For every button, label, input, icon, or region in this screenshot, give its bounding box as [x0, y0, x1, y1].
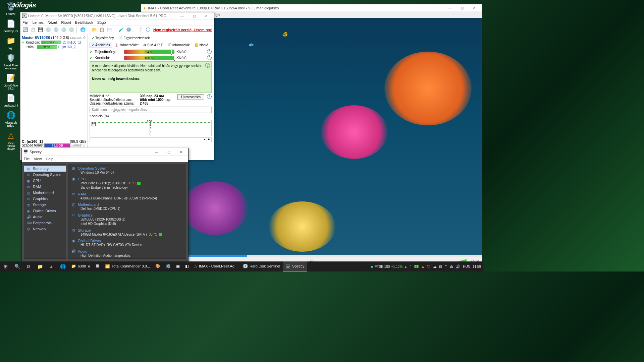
tray-meet-icon[interactable]: ⊡ [439, 264, 442, 269]
sec-storage[interactable]: ◔Storage [71, 228, 183, 232]
scroll-right[interactable]: ► [207, 138, 211, 142]
tab-performance[interactable]: ✔Teljesítmény [90, 36, 116, 41]
sec-ram[interactable]: ▭RAM [71, 192, 183, 196]
tb-globe-icon[interactable]: 🌐 [79, 26, 86, 33]
scroll-left[interactable]: ◄ [202, 138, 207, 142]
sec-audio[interactable]: 🔊Audio [71, 249, 183, 253]
sec-graphics[interactable]: ▭Graphics [71, 213, 183, 217]
nav-audio[interactable]: 🔊Audio [24, 214, 66, 220]
task-paint[interactable]: 🎨 [153, 261, 163, 272]
tb-disk-icon[interactable]: 💿 [45, 26, 52, 33]
graph-scrollbar[interactable]: ◄► [90, 137, 212, 142]
menu-help[interactable]: Súgó [97, 20, 106, 24]
nav-network[interactable]: ⌬Network [24, 226, 66, 232]
explorer-pin[interactable]: 📁 [34, 261, 46, 272]
tb-disk3-icon[interactable]: 💿 [60, 26, 67, 33]
nav-graphics[interactable]: ▭Graphics [24, 196, 66, 202]
sec-motherboard[interactable]: ◫Motherboard [71, 202, 183, 206]
menu-view[interactable]: Nézet [48, 20, 57, 24]
link-e[interactable]: E: [m160_2] [58, 45, 76, 49]
menu-report[interactable]: Riport [61, 20, 71, 24]
disk-header[interactable]: Maxtor 6V160E0 (149,0 GB) Lemez: 0 [22, 36, 86, 40]
minimize-button[interactable]: — [151, 148, 163, 156]
help-icon[interactable]: ? [207, 55, 212, 60]
tb-help-icon[interactable]: ❔ [137, 26, 144, 33]
nav-storage[interactable]: ◔Storage [24, 202, 66, 208]
search-button[interactable]: 🔍 [11, 261, 23, 272]
task-vlc[interactable]: △IMAX - Coral.Reef.Ad... [192, 261, 240, 272]
prg-plus-folder[interactable]: 📁prg+ [3, 35, 19, 51]
close-button[interactable]: ✕ [175, 148, 187, 156]
tab-overview[interactable]: ✔Áttekintés [90, 42, 112, 48]
nav-ram[interactable]: ▭RAM [24, 184, 66, 190]
desktop-ini-2[interactable]: 📄desktop.ini [3, 92, 19, 108]
tb-folder-icon[interactable]: 📁 [91, 26, 98, 33]
save-icon[interactable]: 💾 [91, 122, 96, 126]
help-icon[interactable]: ? [207, 49, 212, 54]
tb-test-icon[interactable]: 🧪 [118, 26, 124, 33]
task-settings[interactable]: ⚙️ [163, 261, 173, 272]
tb-disk2-icon[interactable]: 💿 [53, 26, 59, 33]
menu-view[interactable]: View [34, 157, 42, 161]
nav-summary[interactable]: ▦Summary [24, 166, 66, 172]
tray-volume-icon[interactable]: 🔊 [456, 264, 461, 269]
task-speccy[interactable]: 🖥️Speccy [283, 261, 307, 272]
tb-save-icon[interactable]: 💾 [37, 26, 44, 33]
vlc-seekbar[interactable] [141, 255, 482, 257]
desktop-ini-1[interactable]: 📄desktop.ini [3, 18, 19, 34]
task-calc[interactable]: 🖩 [93, 261, 102, 272]
tb-mail-icon[interactable]: ✉️ [106, 26, 113, 33]
tray-temp-badge[interactable]: 33 [414, 265, 419, 268]
register-link[interactable]: Nem regisztrált verzió, kérem regi [153, 28, 212, 32]
menu-settings[interactable]: Beállítások [75, 20, 93, 24]
partition-c[interactable]: C: [m160_1] (98,9 GB) Szabad terület 69,… [22, 139, 86, 147]
tab-smart[interactable]: ⚙S.M.A.R.T. [141, 42, 165, 48]
task-totalcmd[interactable]: 🗂️Total Commander 8.0... [102, 261, 153, 272]
minimize-button[interactable]: — [176, 12, 188, 19]
edge-shortcut[interactable]: 🌐Microsoft Edge [3, 109, 19, 128]
tray-clock[interactable]: 11:59 [473, 265, 481, 268]
minimize-button[interactable]: — [444, 4, 456, 11]
tray-vlc-icon[interactable]: ▲ [421, 264, 425, 268]
tb-refresh-icon[interactable]: 🔄 [22, 26, 29, 33]
maximize-button[interactable]: ▢ [163, 148, 175, 156]
task-cmd[interactable]: ▣ [173, 261, 182, 272]
vlc-pin[interactable]: ▲ [46, 261, 57, 272]
nav-peripherals[interactable]: ⌨Peripherals [24, 220, 66, 226]
maximize-button[interactable]: ▢ [188, 12, 200, 19]
task-o390[interactable]: 📁o390_e [68, 261, 93, 272]
nav-cpu[interactable]: ▣CPU [24, 178, 66, 184]
tray-chevron-icon[interactable]: ˄ [410, 264, 412, 269]
maximize-button[interactable]: ▢ [456, 4, 468, 11]
tray-language[interactable]: HUN [463, 265, 470, 268]
tab-log[interactable]: 📒Napló [193, 42, 210, 48]
tb-copy-icon[interactable]: 📋 [99, 26, 105, 33]
close-button[interactable]: ✕ [468, 4, 480, 11]
start-button[interactable]: ⊞ [0, 261, 11, 272]
menu-file[interactable]: Fájl [22, 20, 29, 24]
nav-os[interactable]: ⊞Operating System [24, 172, 66, 178]
tray-network-icon[interactable]: 🖧 [450, 264, 453, 268]
task-view-button[interactable]: ⧉ [23, 261, 34, 272]
vlc-titlebar[interactable]: ▲ IMAX - Coral.Reef.Adventure.1080p.BluR… [141, 4, 482, 11]
sec-optical[interactable]: ◉Optical Drives [71, 239, 183, 243]
help-icon[interactable]: ? [207, 94, 212, 99]
hds-titlebar[interactable]: 💽 Lemez: 0, Maxtor 6V160E0 [V3911SNG] V3… [20, 12, 214, 19]
nav-motherboard[interactable]: ◫Motherboard [24, 190, 66, 196]
menu-help[interactable]: Help [46, 157, 53, 161]
close-button[interactable]: ✕ [200, 12, 212, 19]
tb-gear-icon[interactable]: ⚙️ [125, 26, 132, 33]
tb-gauge-icon[interactable]: ⏱️ [30, 26, 36, 33]
sec-os[interactable]: ⊞Operating System [71, 166, 183, 170]
tb-info-icon[interactable]: ⓘ [145, 26, 151, 33]
task-misc[interactable]: ◧ [182, 261, 192, 272]
comment-input[interactable]: Kattintson megjegyzés megadásához ... [90, 107, 212, 113]
tab-warnings[interactable]: 📄Figyelmeztetések [117, 36, 152, 41]
tb-disk4-icon[interactable]: 💿 [68, 26, 75, 33]
nav-optical[interactable]: ◉Optical Drives [24, 208, 66, 214]
tab-info[interactable]: ⓘInformációk [166, 42, 192, 48]
avast-shortcut[interactable]: 🛡️Avast Free Antivirus [3, 52, 19, 71]
sec-cpu[interactable]: ▣CPU [71, 177, 183, 181]
speccy-titlebar[interactable]: 🖥️ Speccy — ▢ ✕ [22, 148, 188, 156]
tray-bluetooth-icon[interactable]: ⌃ [444, 264, 447, 269]
